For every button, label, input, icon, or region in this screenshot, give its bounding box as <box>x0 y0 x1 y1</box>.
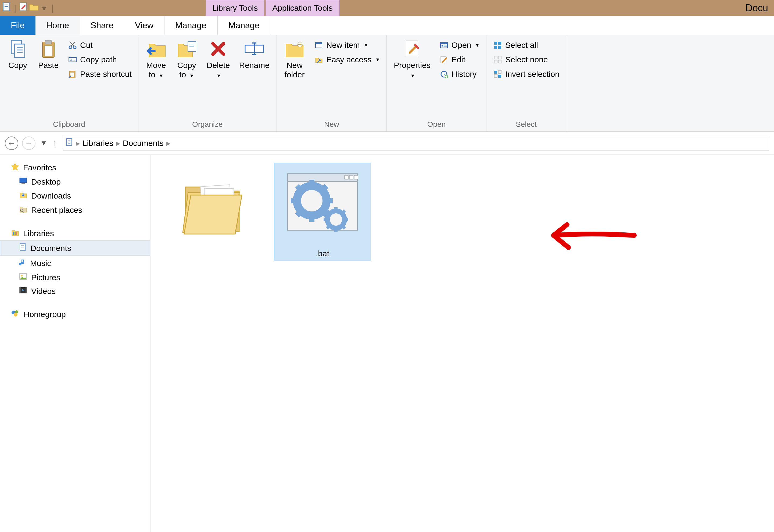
easy-access-button[interactable]: Easy access▼ <box>312 54 382 66</box>
svg-line-96 <box>327 211 329 213</box>
svg-rect-37 <box>444 46 447 46</box>
breadcrumb-documents[interactable]: Documents <box>123 139 164 148</box>
history-label: History <box>451 70 476 79</box>
nav-homegroup-label: Homegroup <box>24 310 66 319</box>
new-folder-icon <box>285 39 304 59</box>
tab-manage-application[interactable]: Manage <box>217 16 271 35</box>
svg-rect-4 <box>20 3 26 11</box>
new-folder-button[interactable]: New folder <box>281 38 308 81</box>
new-folder-label: New folder <box>284 61 304 79</box>
qat-dropdown-icon[interactable]: ▾ <box>42 3 46 13</box>
music-icon <box>19 258 26 268</box>
move-to-button[interactable]: Move to ▼ <box>143 38 170 81</box>
properties-qat-icon[interactable] <box>19 2 27 14</box>
paste-shortcut-button[interactable]: Paste shortcut <box>66 68 134 80</box>
separator: | <box>14 3 16 13</box>
folder-item[interactable] <box>164 163 261 251</box>
navigation-bar: ← → ▼ ↑ ▸ Libraries ▸ Documents ▸ <box>0 132 774 155</box>
nav-favorites[interactable]: Favorites <box>0 160 150 175</box>
folder-qat-icon[interactable] <box>29 3 39 13</box>
pictures-icon <box>19 273 27 282</box>
chevron-down-icon: ▼ <box>375 57 380 63</box>
svg-point-5 <box>24 5 26 7</box>
svg-rect-49 <box>494 71 497 74</box>
chevron-down-icon: ▼ <box>189 73 194 78</box>
history-icon <box>439 69 449 79</box>
open-button[interactable]: Open▼ <box>437 39 482 51</box>
batch-file-icon <box>282 166 363 246</box>
edit-label: Edit <box>451 55 465 64</box>
back-button[interactable]: ← <box>5 136 18 150</box>
nav-recent-label: Recent places <box>31 206 82 215</box>
select-none-button[interactable]: Select none <box>491 54 562 66</box>
rename-button[interactable]: Rename <box>236 38 272 72</box>
new-item-label: New item <box>326 41 360 50</box>
svg-rect-80 <box>354 175 358 179</box>
document-icon[interactable] <box>3 2 11 14</box>
tab-view[interactable]: View <box>124 16 164 35</box>
svg-rect-43 <box>494 46 497 49</box>
breadcrumb-libraries[interactable]: Libraries <box>83 139 113 148</box>
group-label-clipboard: Clipboard <box>4 118 134 130</box>
paste-button[interactable]: Paste <box>35 38 62 72</box>
copy-path-button[interactable]: w...Copy path <box>66 54 134 66</box>
libraries-icon <box>11 228 19 238</box>
delete-button[interactable]: Delete▼ <box>204 38 233 81</box>
bat-file-item[interactable]: .bat <box>274 163 371 261</box>
breadcrumb-separator[interactable]: ▸ <box>166 138 170 148</box>
desktop-icon <box>19 177 27 186</box>
delete-label: Delete▼ <box>207 61 230 79</box>
nav-desktop[interactable]: Desktop <box>0 175 150 189</box>
library-tools-header[interactable]: Library Tools <box>206 0 265 16</box>
svg-rect-79 <box>349 175 353 179</box>
nav-videos[interactable]: Videos <box>0 284 150 298</box>
ribbon: Copy Paste Cut w...Copy path Paste short… <box>0 35 774 132</box>
application-tools-header[interactable]: Application Tools <box>266 0 339 16</box>
up-button[interactable]: ↑ <box>51 138 59 148</box>
svg-text:w...: w... <box>70 58 75 62</box>
svg-rect-12 <box>45 40 52 44</box>
nav-homegroup[interactable]: Homegroup <box>0 307 150 321</box>
invert-selection-button[interactable]: Invert selection <box>491 68 562 80</box>
recent-locations-dropdown[interactable]: ▼ <box>40 139 47 147</box>
forward-button[interactable]: → <box>22 136 35 150</box>
downloads-icon <box>19 191 27 201</box>
tab-share[interactable]: Share <box>80 16 124 35</box>
nav-music[interactable]: Music <box>0 256 150 271</box>
svg-line-98 <box>327 226 329 228</box>
nav-pictures[interactable]: Pictures <box>0 271 150 284</box>
svg-line-86 <box>297 186 301 190</box>
svg-rect-45 <box>494 56 497 59</box>
content-pane[interactable]: .bat <box>151 155 774 532</box>
move-to-icon <box>146 39 166 59</box>
copy-path-label: Copy path <box>80 55 117 64</box>
tab-file[interactable]: File <box>0 16 35 35</box>
svg-rect-46 <box>498 56 501 59</box>
star-icon <box>11 162 19 173</box>
invert-selection-label: Invert selection <box>505 70 560 79</box>
new-item-button[interactable]: New item▼ <box>312 39 382 51</box>
nav-downloads[interactable]: Downloads <box>0 189 150 203</box>
tab-manage-library[interactable]: Manage <box>164 16 217 35</box>
paste-label: Paste <box>38 61 59 70</box>
edit-button[interactable]: Edit <box>437 54 482 66</box>
svg-line-99 <box>342 211 345 213</box>
history-button[interactable]: History <box>437 68 482 80</box>
cut-button[interactable]: Cut <box>66 39 134 51</box>
tab-home[interactable]: Home <box>35 16 80 35</box>
group-new: New folder New item▼ Easy access▼ New <box>277 35 387 131</box>
group-clipboard: Copy Paste Cut w...Copy path Paste short… <box>0 35 138 131</box>
breadcrumb-separator[interactable]: ▸ <box>116 138 120 148</box>
address-bar[interactable]: ▸ Libraries ▸ Documents ▸ <box>63 136 769 150</box>
nav-libraries[interactable]: Libraries <box>0 226 150 240</box>
breadcrumb-separator[interactable]: ▸ <box>76 138 80 148</box>
copy-button[interactable]: Copy <box>4 38 31 72</box>
properties-button[interactable]: Properties▼ <box>391 38 433 81</box>
svg-rect-78 <box>345 175 348 179</box>
nav-recent-places[interactable]: Recent places <box>0 203 150 217</box>
svg-rect-70 <box>26 287 27 293</box>
select-all-button[interactable]: Select all <box>491 39 562 51</box>
new-item-icon <box>314 40 324 50</box>
nav-documents[interactable]: Documents <box>0 240 150 256</box>
copy-to-button[interactable]: Copy to ▼ <box>173 38 200 81</box>
